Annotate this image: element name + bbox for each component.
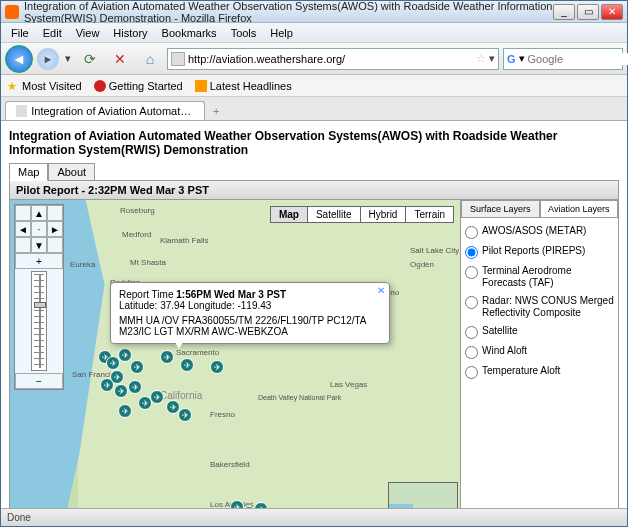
zoom-handle[interactable] bbox=[34, 302, 46, 308]
search-dropdown-icon[interactable]: ▾ bbox=[519, 52, 525, 65]
bookmark-getting-started[interactable]: Getting Started bbox=[94, 80, 183, 92]
url-dropdown-icon[interactable]: ▾ bbox=[489, 52, 495, 65]
firefox-icon bbox=[5, 5, 19, 19]
pirep-marker[interactable] bbox=[178, 408, 192, 422]
home-button[interactable]: ⌂ bbox=[137, 46, 163, 72]
zoom-in[interactable]: + bbox=[15, 253, 63, 269]
pirep-marker[interactable] bbox=[210, 360, 224, 374]
layer-radio[interactable] bbox=[465, 296, 478, 309]
menu-bookmarks[interactable]: Bookmarks bbox=[156, 25, 223, 41]
city-label: Mt Shasta bbox=[130, 258, 166, 267]
tab-aviation-layers[interactable]: Aviation Layers bbox=[540, 200, 619, 217]
pan-down-right[interactable] bbox=[47, 237, 63, 253]
info-close-icon[interactable]: ✕ bbox=[377, 285, 385, 296]
search-input[interactable] bbox=[528, 53, 628, 65]
pirep-marker[interactable] bbox=[130, 360, 144, 374]
close-button[interactable]: ✕ bbox=[601, 4, 623, 20]
url-bar[interactable]: ☆ ▾ bbox=[167, 48, 499, 70]
menu-file[interactable]: File bbox=[5, 25, 35, 41]
search-bar[interactable]: G▾ bbox=[503, 48, 623, 70]
history-dropdown[interactable]: ▾ bbox=[63, 46, 73, 72]
status-bar: Done bbox=[1, 508, 627, 526]
menu-edit[interactable]: Edit bbox=[37, 25, 68, 41]
layer-label: Temperature Aloft bbox=[482, 365, 614, 377]
layer-radio[interactable] bbox=[465, 266, 478, 279]
menu-help[interactable]: Help bbox=[264, 25, 299, 41]
layer-item: Wind Aloft bbox=[465, 342, 614, 362]
maptype-satellite[interactable]: Satellite bbox=[308, 207, 361, 222]
forward-button[interactable]: ► bbox=[37, 48, 59, 70]
tab-surface-layers[interactable]: Surface Layers bbox=[461, 200, 540, 217]
tab-map[interactable]: Map bbox=[9, 163, 48, 181]
maptype-terrain[interactable]: Terrain bbox=[406, 207, 453, 222]
url-input[interactable] bbox=[188, 53, 473, 65]
pirep-marker[interactable] bbox=[150, 390, 164, 404]
bookmark-star-icon[interactable]: ☆ bbox=[476, 52, 486, 65]
tab-about[interactable]: About bbox=[48, 163, 95, 181]
pan-up-right[interactable] bbox=[47, 205, 63, 221]
back-button[interactable]: ◄ bbox=[5, 45, 33, 73]
pan-up-left[interactable] bbox=[15, 205, 31, 221]
layer-radio[interactable] bbox=[465, 346, 478, 359]
layer-label: Radar: NWS CONUS Merged Reflectivity Com… bbox=[482, 295, 614, 319]
layer-label: Terminal Aerodrome Forecasts (TAF) bbox=[482, 265, 614, 289]
pirep-marker[interactable] bbox=[118, 348, 132, 362]
star-icon: ★ bbox=[7, 80, 19, 92]
layer-radio[interactable] bbox=[465, 326, 478, 339]
stop-button[interactable]: ✕ bbox=[107, 46, 133, 72]
zoom-out[interactable]: − bbox=[15, 373, 63, 389]
window-title: Integration of Aviation Automated Weathe… bbox=[24, 0, 553, 24]
menu-tools[interactable]: Tools bbox=[225, 25, 263, 41]
pan-center[interactable]: · bbox=[31, 221, 47, 237]
layer-item: Temperature Aloft bbox=[465, 362, 614, 382]
bookmarks-toolbar: ★Most Visited Getting Started Latest Hea… bbox=[1, 75, 627, 97]
pirep-marker[interactable] bbox=[230, 500, 244, 508]
layer-item: Satellite bbox=[465, 322, 614, 342]
pan-up[interactable]: ▲ bbox=[31, 205, 47, 221]
google-icon: G bbox=[507, 53, 516, 65]
minimize-button[interactable]: _ bbox=[553, 4, 575, 20]
city-label: Medford bbox=[122, 230, 151, 239]
city-label: Salt Lake City bbox=[410, 246, 459, 255]
nav-toolbar: ◄ ► ▾ ⟳ ✕ ⌂ ☆ ▾ G▾ bbox=[1, 43, 627, 75]
status-text: Done bbox=[7, 512, 31, 523]
pirep-marker[interactable] bbox=[100, 378, 114, 392]
zoom-slider[interactable] bbox=[31, 271, 47, 371]
maptype-hybrid[interactable]: Hybrid bbox=[361, 207, 407, 222]
map-type-selector: Map Satellite Hybrid Terrain bbox=[270, 206, 454, 223]
pirep-marker[interactable] bbox=[128, 380, 142, 394]
city-label: Bakersfield bbox=[210, 460, 250, 469]
report-header: Pilot Report - 2:32PM Wed Mar 3 PST bbox=[9, 180, 619, 200]
pan-right[interactable]: ► bbox=[47, 221, 63, 237]
new-tab-button[interactable]: + bbox=[205, 102, 227, 120]
page-tabs: Map About bbox=[9, 163, 619, 181]
maximize-button[interactable]: ▭ bbox=[577, 4, 599, 20]
layer-radio[interactable] bbox=[465, 366, 478, 379]
reload-button[interactable]: ⟳ bbox=[77, 46, 103, 72]
bookmark-most-visited[interactable]: ★Most Visited bbox=[7, 80, 82, 92]
overview-map[interactable] bbox=[388, 482, 458, 508]
layer-label: AWOS/ASOS (METAR) bbox=[482, 225, 614, 237]
info-line1: Report Time 1:56PM Wed Mar 3 PST bbox=[119, 289, 381, 300]
park-label: Death Valley National Park bbox=[258, 394, 341, 401]
tab-bar: Integration of Aviation Automated ... + bbox=[1, 97, 627, 121]
pirep-marker[interactable] bbox=[180, 358, 194, 372]
browser-tab[interactable]: Integration of Aviation Automated ... bbox=[5, 101, 205, 120]
city-label: Ogden bbox=[410, 260, 434, 269]
maptype-map[interactable]: Map bbox=[271, 207, 308, 222]
bookmark-latest-headlines[interactable]: Latest Headlines bbox=[195, 80, 292, 92]
tab-favicon bbox=[16, 105, 27, 117]
menu-view[interactable]: View bbox=[70, 25, 106, 41]
layer-radio[interactable] bbox=[465, 246, 478, 259]
layer-item: AWOS/ASOS (METAR) bbox=[465, 222, 614, 242]
pan-down-left[interactable] bbox=[15, 237, 31, 253]
pirep-marker[interactable] bbox=[118, 404, 132, 418]
pan-left[interactable]: ◄ bbox=[15, 221, 31, 237]
feed-icon bbox=[195, 80, 207, 92]
layer-item: Radar: NWS CONUS Merged Reflectivity Com… bbox=[465, 292, 614, 322]
pirep-marker[interactable] bbox=[114, 384, 128, 398]
map-canvas[interactable]: Roseburg Medford Klamath Falls Eureka Mt… bbox=[10, 200, 460, 508]
pan-down[interactable]: ▼ bbox=[31, 237, 47, 253]
layer-radio[interactable] bbox=[465, 226, 478, 239]
menu-history[interactable]: History bbox=[107, 25, 153, 41]
